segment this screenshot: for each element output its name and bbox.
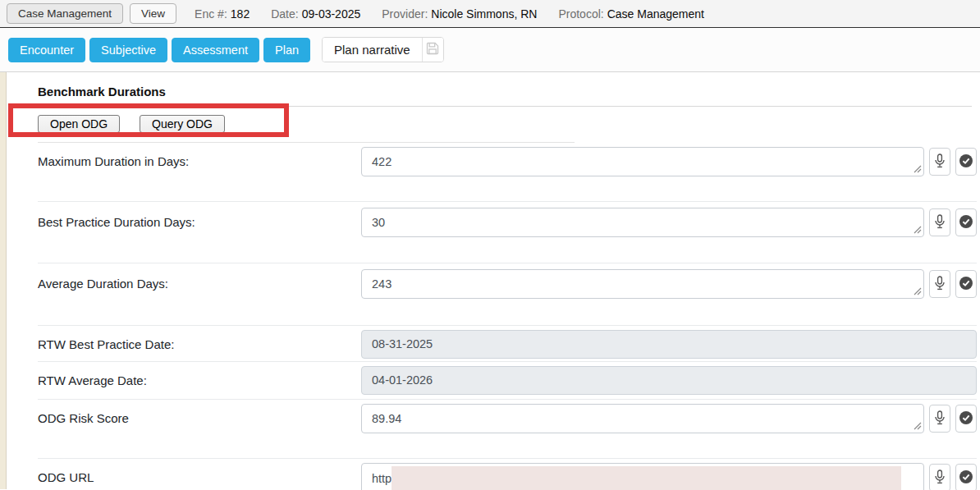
confirm-button[interactable] xyxy=(955,464,977,490)
confirm-button[interactable] xyxy=(955,208,977,236)
tab-subjective[interactable]: Subjective xyxy=(89,38,167,62)
rtw-best-practice-date-label: RTW Best Practice Date: xyxy=(38,330,361,359)
odg-url-label: ODG URL xyxy=(38,463,361,490)
redaction-overlay xyxy=(392,466,901,490)
form-row: Average Duration Days: 243 xyxy=(38,263,977,325)
microphone-icon xyxy=(934,214,946,231)
check-circle-icon xyxy=(959,411,973,427)
encounter-number-label: Enc #: xyxy=(195,7,227,21)
check-circle-icon xyxy=(959,277,973,292)
microphone-icon xyxy=(934,276,946,293)
average-duration-label: Average Duration Days: xyxy=(38,269,361,302)
provider-value: Nicole Simmons, RN xyxy=(431,7,537,21)
microphone-button[interactable] xyxy=(929,405,950,433)
form-row: ODG Risk Score 89.94 xyxy=(38,399,977,458)
odg-button-row: Open ODG Query ODG xyxy=(38,107,575,143)
benchmark-form: Maximum Duration in Days: 422 xyxy=(38,143,977,490)
confirm-button[interactable] xyxy=(955,148,977,176)
check-circle-icon xyxy=(959,215,973,231)
rtw-best-practice-date-field: 08-31-2025 xyxy=(361,330,977,359)
microphone-button[interactable] xyxy=(929,208,950,236)
provider: Provider:Nicole Simmons, RN xyxy=(382,7,537,21)
plan-narrative-group: Plan narrative xyxy=(322,37,444,62)
plan-content-area: Benchmark Durations Open ODG Query ODG M… xyxy=(0,72,980,489)
confirm-button[interactable] xyxy=(955,405,977,433)
max-duration-label: Maximum Duration in Days: xyxy=(38,147,361,180)
tab-plan[interactable]: Plan xyxy=(263,38,310,62)
rtw-average-date-field: 04-01-2026 xyxy=(361,366,977,395)
microphone-icon xyxy=(934,410,946,428)
encounter-date-value: 09-03-2025 xyxy=(302,7,361,21)
provider-label: Provider: xyxy=(382,7,428,21)
microphone-button[interactable] xyxy=(929,148,950,176)
tab-assessment[interactable]: Assessment xyxy=(172,38,259,62)
check-circle-icon xyxy=(959,154,973,170)
confirm-button[interactable] xyxy=(955,270,977,298)
section-toolbar: Encounter Subjective Assessment Plan Pla… xyxy=(0,28,980,72)
encounter-date: Date:09-03-2025 xyxy=(271,7,360,21)
odg-risk-score-input[interactable]: 89.94 xyxy=(361,404,924,433)
case-management-button[interactable]: Case Management xyxy=(7,3,123,24)
form-row: Best Practice Duration Days: 30 xyxy=(38,201,977,263)
left-margin-strip xyxy=(0,72,7,489)
query-odg-button[interactable]: Query ODG xyxy=(140,115,225,133)
check-circle-icon xyxy=(959,470,973,486)
odg-risk-score-label: ODG Risk Score xyxy=(38,404,361,437)
protocol-value: Case Management xyxy=(607,7,704,21)
microphone-button[interactable] xyxy=(929,270,950,298)
view-button[interactable]: View xyxy=(130,3,176,24)
form-row: RTW Best Practice Date: 08-31-2025 xyxy=(38,325,977,361)
encounter-date-label: Date: xyxy=(271,7,298,21)
average-duration-input[interactable]: 243 xyxy=(361,269,924,299)
save-narrative-button[interactable] xyxy=(422,38,443,62)
tab-encounter[interactable]: Encounter xyxy=(8,38,85,62)
best-practice-duration-label: Best Practice Duration Days: xyxy=(38,208,361,240)
top-header-bar: Case Management View Enc #:182 Date:09-0… xyxy=(0,0,980,28)
microphone-button[interactable] xyxy=(929,464,950,490)
protocol: Protocol:Case Management xyxy=(558,7,704,21)
best-practice-duration-input[interactable]: 30 xyxy=(361,208,924,237)
max-duration-input[interactable]: 422 xyxy=(361,147,924,176)
section-title: Benchmark Durations xyxy=(38,85,166,98)
form-row: ODG URL https://st tags=M4 field_sub xyxy=(38,458,977,490)
save-icon xyxy=(426,42,439,58)
encounter-number: Enc #:182 xyxy=(195,7,250,21)
rtw-average-date-label: RTW Average Date: xyxy=(38,366,361,395)
form-row: RTW Average Date: 04-01-2026 xyxy=(38,361,977,399)
open-odg-button[interactable]: Open ODG xyxy=(38,115,120,133)
benchmark-section-header: Benchmark Durations xyxy=(38,72,972,107)
form-row: Maximum Duration in Days: 422 xyxy=(38,143,977,201)
encounter-number-value: 182 xyxy=(231,7,250,21)
microphone-icon xyxy=(934,469,946,487)
encounter-meta: Enc #:182 Date:09-03-2025 Provider:Nicol… xyxy=(195,7,704,21)
protocol-label: Protocol: xyxy=(558,7,603,21)
microphone-icon xyxy=(934,153,946,171)
plan-narrative-button[interactable]: Plan narrative xyxy=(323,38,422,62)
